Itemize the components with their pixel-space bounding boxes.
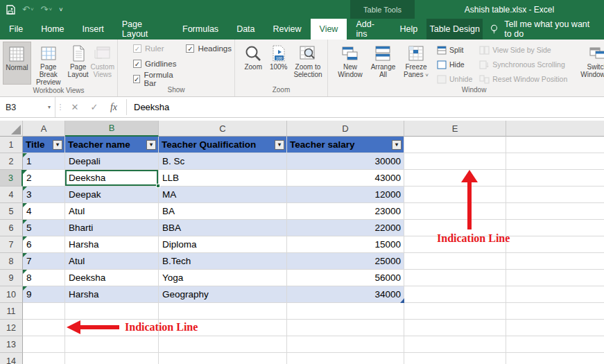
tab-home[interactable]: Home bbox=[32, 19, 73, 40]
cell-B1[interactable]: Teacher name▾ bbox=[65, 137, 159, 153]
cell-A6[interactable]: 5 bbox=[23, 220, 65, 236]
row-header-3[interactable]: 3 bbox=[0, 170, 23, 187]
row-header-9[interactable]: 9 bbox=[0, 270, 23, 286]
cell-E11[interactable] bbox=[404, 303, 506, 320]
column-header-B[interactable]: B bbox=[65, 121, 159, 137]
cell-A7[interactable]: 6 bbox=[23, 236, 65, 253]
cell-D1[interactable]: Teacher salary▾ bbox=[287, 137, 404, 153]
row-header-7[interactable]: 7 bbox=[0, 236, 23, 253]
ruler-checkbox[interactable]: ✓ Ruler bbox=[133, 42, 176, 55]
cell-B7[interactable]: Harsha bbox=[65, 236, 159, 253]
cell-F7[interactable] bbox=[506, 236, 604, 253]
cell-B8[interactable]: Atul bbox=[65, 253, 159, 270]
hide-button[interactable]: Hide bbox=[437, 58, 472, 71]
undo-button[interactable]: ↶˅ bbox=[22, 4, 34, 15]
tab-review[interactable]: Review bbox=[264, 19, 311, 40]
cell-A3[interactable]: 2 bbox=[23, 170, 65, 187]
row-header-10[interactable]: 10 bbox=[0, 286, 23, 303]
insert-function-icon[interactable]: fx bbox=[104, 97, 123, 117]
page-layout-button[interactable]: Page Layout bbox=[66, 42, 91, 85]
filter-dropdown-icon[interactable]: ▾ bbox=[146, 140, 156, 150]
name-box[interactable]: B3 ▾ bbox=[0, 97, 55, 117]
cell-E9[interactable] bbox=[404, 270, 506, 286]
column-header-A[interactable]: A bbox=[23, 121, 65, 137]
cell-F11[interactable] bbox=[506, 303, 604, 320]
cell-D10[interactable]: 34000 bbox=[287, 286, 404, 303]
tab-add-ins[interactable]: Add-ins bbox=[347, 19, 390, 40]
column-header-D[interactable]: D bbox=[287, 121, 404, 137]
row-header-1[interactable]: 1 bbox=[0, 137, 23, 153]
cancel-icon[interactable]: ✕ bbox=[65, 97, 85, 117]
cell-A8[interactable]: 7 bbox=[23, 253, 65, 270]
cell-D11[interactable] bbox=[287, 303, 404, 320]
cell-A1[interactable]: Title▾ bbox=[23, 137, 65, 153]
row-header-13[interactable]: 13 bbox=[0, 336, 23, 353]
cell-A10[interactable]: 9 bbox=[23, 286, 65, 303]
filter-dropdown-icon[interactable]: ▾ bbox=[392, 140, 402, 150]
formula-bar-checkbox[interactable]: ✓ Formula Bar bbox=[133, 72, 176, 86]
cell-C5[interactable]: BA bbox=[159, 203, 287, 220]
cell-F10[interactable] bbox=[506, 286, 604, 303]
tab-formulas[interactable]: Formulas bbox=[173, 19, 227, 40]
row-header-2[interactable]: 2 bbox=[0, 153, 23, 170]
cell-F5[interactable] bbox=[506, 203, 604, 220]
tab-data[interactable]: Data bbox=[227, 19, 264, 40]
zoom-to-selection-button[interactable]: Zoom to Selection bbox=[291, 42, 325, 85]
cell-F13[interactable] bbox=[506, 336, 604, 353]
cell-D14[interactable] bbox=[287, 353, 404, 364]
cell-F6[interactable] bbox=[506, 220, 604, 236]
name-box-caret-icon[interactable]: ▾ bbox=[48, 104, 51, 110]
select-all-corner[interactable] bbox=[0, 121, 23, 137]
cell-B10[interactable]: Harsha bbox=[65, 286, 159, 303]
save-icon[interactable] bbox=[6, 5, 15, 15]
cell-C14[interactable] bbox=[159, 353, 287, 364]
row-header-14[interactable]: 14 bbox=[0, 353, 23, 364]
cell-C10[interactable]: Geography bbox=[159, 286, 287, 303]
column-header-C[interactable]: C bbox=[159, 121, 287, 137]
cell-D5[interactable]: 23000 bbox=[287, 203, 404, 220]
cell-E5[interactable] bbox=[404, 203, 506, 220]
zoom-100-button[interactable]: 100 100% bbox=[266, 42, 291, 85]
formula-bar-grip-icon[interactable]: ⋮ bbox=[55, 97, 65, 117]
row-header-12[interactable]: 12 bbox=[0, 320, 23, 336]
tab-view[interactable]: View bbox=[311, 19, 347, 40]
view-side-by-side-button[interactable]: View Side by Side bbox=[479, 43, 567, 57]
tab-insert[interactable]: Insert bbox=[74, 19, 113, 40]
tab-table-design[interactable]: Table Design bbox=[426, 19, 483, 40]
cell-A14[interactable] bbox=[23, 353, 65, 364]
cell-E2[interactable] bbox=[404, 153, 506, 170]
cell-C13[interactable] bbox=[159, 336, 287, 353]
cell-B9[interactable]: Deeksha bbox=[65, 270, 159, 286]
row-header-11[interactable]: 11 bbox=[0, 303, 23, 320]
cell-B11[interactable] bbox=[65, 303, 159, 320]
cell-B3[interactable]: Deeksha bbox=[65, 170, 159, 187]
cell-F9[interactable] bbox=[506, 270, 604, 286]
cell-C4[interactable]: MA bbox=[159, 187, 287, 203]
custom-views-button[interactable]: Custom Views bbox=[91, 42, 114, 85]
arrange-all-button[interactable]: Arrange All bbox=[367, 42, 399, 85]
cell-B14[interactable] bbox=[65, 353, 159, 364]
cell-F4[interactable] bbox=[506, 187, 604, 203]
cell-C11[interactable] bbox=[159, 303, 287, 320]
split-button[interactable]: Split bbox=[437, 43, 472, 57]
cell-C3[interactable]: LLB bbox=[159, 170, 287, 187]
redo-button[interactable]: ↷˅ bbox=[41, 4, 53, 15]
unhide-button[interactable]: Unhide bbox=[437, 72, 472, 86]
enter-icon[interactable]: ✓ bbox=[85, 97, 104, 117]
zoom-button[interactable]: Zoom bbox=[241, 42, 266, 85]
tab-help[interactable]: Help bbox=[390, 19, 426, 40]
switch-windows-button[interactable]: Switch Windows ˅ bbox=[577, 42, 604, 85]
cell-C6[interactable]: BBA bbox=[159, 220, 287, 236]
row-header-8[interactable]: 8 bbox=[0, 253, 23, 270]
cell-E10[interactable] bbox=[404, 286, 506, 303]
cell-B2[interactable]: Deepali bbox=[65, 153, 159, 170]
cell-B6[interactable]: Bharti bbox=[65, 220, 159, 236]
undo-caret-icon[interactable]: ˅ bbox=[31, 6, 34, 12]
cell-D9[interactable]: 56000 bbox=[287, 270, 404, 286]
new-window-button[interactable]: New Window bbox=[334, 42, 367, 85]
cell-E13[interactable] bbox=[404, 336, 506, 353]
cell-A4[interactable]: 3 bbox=[23, 187, 65, 203]
cell-A9[interactable]: 8 bbox=[23, 270, 65, 286]
cell-E4[interactable] bbox=[404, 187, 506, 203]
normal-view-button[interactable]: Normal bbox=[3, 42, 31, 85]
